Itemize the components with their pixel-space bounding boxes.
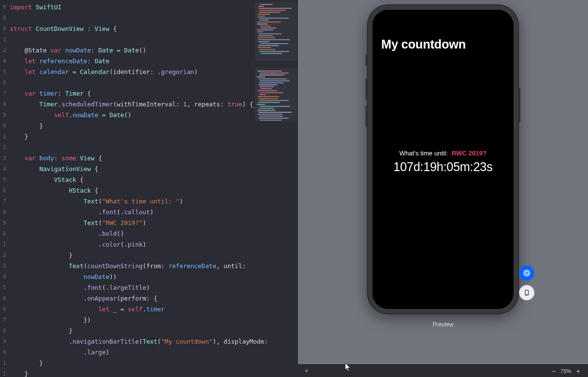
- app-root: 8901245678901234567890123456678901112345…: [0, 0, 588, 377]
- phone-screen[interactable]: My countdown What's time until: RWC 2019…: [372, 10, 514, 309]
- editor-gutter: 8901245678901234567890123456678901112345…: [0, 0, 7, 377]
- preview-label: Preview: [298, 321, 588, 328]
- phone-volume-down: [366, 106, 368, 127]
- zoom-level: 75%: [561, 368, 571, 374]
- question-highlight: RWC 2019?: [452, 150, 487, 157]
- zoom-out-button[interactable]: −: [551, 368, 557, 375]
- pin-icon[interactable]: [303, 368, 310, 375]
- canvas-action-buttons: [519, 266, 534, 300]
- phone-volume-up: [366, 78, 368, 100]
- countdown-value: 107d:19h:05m:23s: [372, 160, 514, 174]
- svg-point-0: [524, 270, 530, 276]
- nav-bar-title: My countdown: [381, 37, 466, 51]
- zoom-in-button[interactable]: +: [575, 368, 581, 375]
- svg-point-3: [527, 294, 527, 295]
- code-editor[interactable]: 8901245678901234567890123456678901112345…: [0, 0, 298, 377]
- iphone-frame: My countdown What's time until: RWC 2019…: [368, 5, 518, 314]
- question-prefix: What's time until:: [399, 150, 448, 157]
- phone-power-button: [518, 88, 520, 123]
- phone-mute-switch: [366, 54, 368, 66]
- device-settings-button[interactable]: [519, 285, 534, 300]
- preview-bottom-bar: − 75% +: [298, 364, 588, 377]
- live-preview-button[interactable]: [519, 266, 534, 280]
- countdown-block: What's time until: RWC 2019? 107d:19h:05…: [372, 150, 514, 174]
- svg-point-1: [525, 272, 528, 275]
- editor-code[interactable]: import SwiftUI struct CountDownView : Vi…: [7, 0, 298, 377]
- countdown-question: What's time until: RWC 2019?: [372, 150, 514, 157]
- mouse-cursor-icon: [344, 362, 351, 372]
- preview-canvas[interactable]: My countdown What's time until: RWC 2019…: [298, 0, 588, 377]
